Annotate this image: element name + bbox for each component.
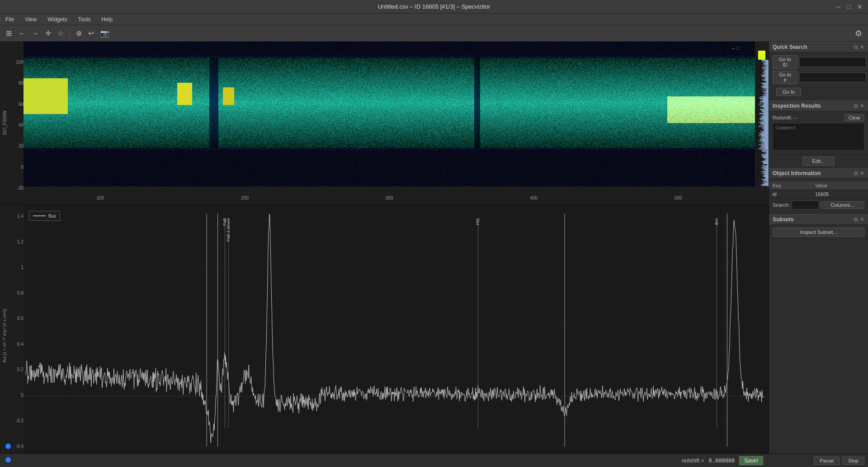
row-value: 16605 — [811, 190, 868, 199]
plot-resize-icon[interactable]: □ — [736, 45, 740, 51]
subsets-expand-icon[interactable]: ⧉ — [854, 216, 858, 223]
bottom-spectrum-panel: flux [1×10⁻¹⁹ erg / (Å s cm²)] 1.4 1.2 1… — [0, 205, 769, 467]
goto-hash-button[interactable]: Go to # — [773, 71, 797, 84]
blue-dot-upper-left — [5, 443, 11, 449]
inspection-icons: ⧉ ✕ — [854, 103, 864, 109]
clear-button[interactable]: Clear — [844, 114, 864, 121]
object-info-expand-icon[interactable]: ⧉ — [854, 170, 858, 176]
ytick-0_2: 0.2 — [9, 367, 24, 372]
comment-textarea[interactable] — [773, 123, 864, 150]
quick-search-title: Quick Search — [773, 44, 807, 50]
stop-button[interactable]: Stop — [842, 457, 864, 465]
pause-button[interactable]: Pause — [814, 457, 840, 465]
quick-search-expand-icon[interactable]: ⧉ — [854, 44, 858, 50]
blue-dot-bottom-left — [5, 457, 11, 462]
inspection-body: Redshift: -- Clear — [769, 111, 868, 154]
menu-tools[interactable]: Tools — [76, 15, 93, 24]
ytick-neg0_4: -0.4 — [9, 444, 24, 449]
inspection-title: Inspection Results — [773, 103, 821, 109]
inspection-expand-icon[interactable]: ⧉ — [854, 103, 858, 109]
spec-line-pfg-label: PfG — [476, 218, 480, 225]
menu-view[interactable]: View — [23, 15, 38, 24]
spec-line-pab2 — [228, 218, 229, 428]
xtick-200: 200 — [241, 195, 249, 200]
top-y-axis-label: SCI_F356W — [0, 110, 9, 135]
xtick-500: 500 — [675, 195, 682, 200]
minimize-btn[interactable]: ─ — [835, 3, 843, 10]
titlebar: Untitled.csv – ID 16605 [#1/3] – Specviz… — [0, 0, 868, 14]
goto-button[interactable]: Go to — [776, 88, 801, 96]
ytick-neg20: -20 — [9, 186, 24, 191]
plot-minimize-icon[interactable]: – — [732, 45, 735, 51]
subsets-body: Inspect Subset... — [769, 225, 868, 239]
menu-help[interactable]: Help — [100, 15, 115, 24]
toolbar-back-btn[interactable]: ← — [16, 28, 28, 39]
quick-search-body: Go to ID Go to # Go to — [769, 52, 868, 100]
top-spectrum-panel: SCI_F356W 100 80 60 40 20 0 -20 100 200 … — [0, 42, 769, 205]
redshift-row: Redshift: -- Clear — [773, 114, 864, 121]
search-bottom: Search: Columns... — [769, 199, 868, 211]
object-info-close-icon[interactable]: ✕ — [860, 170, 864, 176]
ytick-neg0_2: -0.2 — [9, 418, 24, 423]
subsets-header: Subsets ⧉ ✕ — [769, 214, 868, 225]
toolbar-grid-btn[interactable]: ⊞ — [4, 28, 14, 39]
ytick-1_2: 1.2 — [9, 239, 24, 244]
xtick-300: 300 — [386, 195, 393, 200]
bottom-controls: Pause Stop — [769, 453, 868, 467]
subsets-title: Subsets — [773, 216, 794, 223]
goto-id-button[interactable]: Go to ID — [773, 55, 797, 69]
maximize-btn[interactable]: □ — [845, 3, 853, 10]
goto-hash-row: Go to # — [773, 71, 864, 84]
col-key: Key — [769, 181, 811, 190]
menu-widgets[interactable]: Widgets — [46, 15, 69, 24]
object-info-table: Key Value id 16605 — [769, 181, 868, 199]
ytick-0_6: 0.6 — [9, 316, 24, 321]
colorbar-profile-canvas — [756, 60, 769, 186]
edit-area: Edit... — [769, 154, 868, 168]
spec-line-pab2-label: PaB 3.3mum — [226, 218, 231, 242]
goto-id-row: Go to ID — [773, 55, 864, 69]
columns-button[interactable]: Columns... — [821, 201, 864, 209]
inspection-results-header: Inspection Results ⧉ ✕ — [769, 100, 868, 111]
window-controls[interactable]: ─ □ ✕ — [835, 3, 864, 10]
toolbar-settings-btn[interactable]: ⚙ — [853, 27, 864, 40]
subsets-close-icon[interactable]: ✕ — [860, 216, 864, 223]
ytick-0_4: 0.4 — [9, 342, 24, 347]
top-plot-canvas[interactable]: 100 200 300 400 500 – □ — [24, 42, 755, 204]
toolbar-zoom-btn[interactable]: ⊕ — [74, 28, 84, 39]
row-key: id — [769, 190, 811, 199]
left-area: SCI_F356W 100 80 60 40 20 0 -20 100 200 … — [0, 42, 769, 467]
redshift-display: Redshift: -- — [773, 115, 797, 120]
toolbar-forward-btn[interactable]: → — [29, 28, 41, 39]
statusbar: redshift = 0.000000 Save! — [0, 453, 769, 467]
object-info-body: Key Value id 16605 Search: Columns... — [769, 179, 868, 214]
window-title: Untitled.csv – ID 16605 [#1/3] – Specviz… — [378, 3, 491, 10]
ytick-80: 80 — [9, 81, 24, 86]
bottom-spectrum-canvas — [24, 205, 769, 467]
spec-line-bra-label: BrA — [714, 218, 719, 225]
ytick-20: 20 — [9, 143, 24, 148]
top-spectrum-canvas — [24, 42, 755, 186]
spec-line-pfg — [478, 218, 478, 428]
search-input[interactable] — [792, 200, 819, 210]
save-button[interactable]: Save! — [739, 456, 763, 465]
inspect-subset-button[interactable]: Inspect Subset... — [773, 228, 864, 237]
ytick-0: 0 — [9, 165, 24, 170]
edit-button[interactable]: Edit... — [802, 157, 834, 166]
col-value: Value — [811, 181, 868, 190]
bottom-plot-canvas-wrap[interactable]: 31000 32000 33000 34000 35000 36000 3700… — [24, 205, 769, 467]
inspection-close-icon[interactable]: ✕ — [860, 103, 864, 109]
toolbar-crosshair-btn[interactable]: ✛ — [43, 28, 53, 39]
table-row: id 16605 — [769, 190, 868, 199]
ytick-0b: 0 — [9, 393, 24, 398]
bottom-y-axis-label: flux [1×10⁻¹⁹ erg / (Å s cm²)] — [2, 309, 7, 362]
quick-search-close-icon[interactable]: ✕ — [860, 44, 864, 50]
menubar: File View Widgets Tools Help — [0, 14, 868, 25]
goto-id-input[interactable] — [799, 57, 866, 67]
toolbar-reset-btn[interactable]: ↩ — [86, 28, 96, 39]
close-btn[interactable]: ✕ — [855, 3, 864, 10]
toolbar-star-btn[interactable]: ☆ — [55, 28, 66, 39]
goto-hash-input[interactable] — [799, 72, 866, 82]
menu-file[interactable]: File — [4, 15, 16, 24]
toolbar-camera-btn[interactable]: 📷 — [98, 28, 112, 39]
